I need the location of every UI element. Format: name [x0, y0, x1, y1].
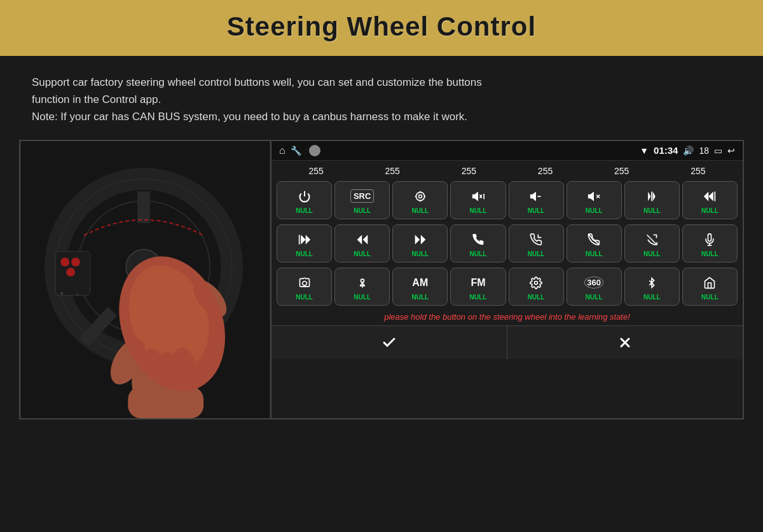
control-panel: ⌂ 🔧 ▼ 01:34 🔊 18 ▭ ↩ 255 255 255 255 255… — [270, 140, 744, 419]
svg-point-25 — [418, 194, 422, 198]
am-label: NULL — [411, 294, 429, 301]
home-ctrl-button[interactable]: NULL — [682, 268, 738, 306]
vol-down-button[interactable]: NULL — [509, 181, 564, 219]
ff-button[interactable]: NULL — [392, 224, 448, 263]
answer-call-icon — [530, 231, 542, 249]
gps-icon — [414, 188, 427, 205]
button-row-2: NULL NULL — [272, 222, 743, 265]
gps-label: NULL — [411, 207, 429, 214]
end-call-label: NULL — [586, 250, 603, 257]
play-pause-label: NULL — [643, 207, 661, 214]
mute-icon — [587, 188, 601, 205]
gear-label: NULL — [528, 294, 545, 301]
gps-button[interactable]: NULL — [392, 181, 448, 219]
prev-track-button[interactable]: NULL — [682, 181, 738, 219]
phone-call-button[interactable]: NULL — [450, 224, 505, 263]
header: Steering Wheel Control — [0, 0, 763, 56]
back-icon: ↩ — [727, 146, 735, 156]
rewind-button[interactable]: NULL — [334, 224, 390, 263]
bluetooth-label: NULL — [643, 294, 661, 301]
power-button[interactable]: NULL — [277, 181, 332, 219]
src-button[interactable]: SRC NULL — [334, 181, 390, 219]
vol-up-icon — [471, 188, 485, 205]
value-1: 255 — [299, 166, 334, 176]
vol-up-label: NULL — [470, 207, 487, 214]
svg-marker-47 — [305, 235, 310, 244]
time-display: 01:34 — [654, 145, 678, 156]
vol-up-button[interactable]: NULL — [450, 181, 505, 219]
src-icon: SRC — [350, 188, 374, 205]
play-pause-button[interactable]: NULL — [624, 181, 680, 219]
value-6: 255 — [680, 166, 715, 176]
skip-call-button[interactable]: NULL — [624, 224, 680, 263]
play-pause-icon — [645, 188, 659, 205]
bluetooth-icon — [647, 274, 657, 292]
mute-button[interactable]: NULL — [567, 181, 622, 219]
phone-call-icon — [472, 231, 485, 249]
fm-text: FM — [471, 277, 485, 289]
description-line3: Note: If your car has CAN BUS system, yo… — [32, 111, 467, 123]
svg-marker-49 — [357, 235, 362, 244]
phone-call-label: NULL — [470, 250, 487, 257]
svg-marker-52 — [415, 235, 420, 244]
button-row-1: NULL SRC NULL — [272, 179, 743, 222]
answer-call-button[interactable]: NULL — [509, 224, 564, 263]
description-line2: function in the Control app. — [32, 93, 161, 106]
svg-marker-31 — [473, 193, 478, 200]
svg-marker-37 — [589, 193, 594, 200]
action-buttons — [272, 325, 743, 359]
svg-point-57 — [302, 281, 306, 285]
home-status-icon: ⌂ — [279, 145, 285, 156]
camera-label: NULL — [296, 294, 313, 301]
cancel-button[interactable] — [507, 326, 743, 359]
mute-label: NULL — [586, 207, 603, 214]
ff-icon — [413, 231, 427, 249]
value-2: 255 — [375, 166, 410, 176]
svg-point-26 — [416, 192, 424, 200]
svg-marker-40 — [648, 191, 650, 201]
skip-call-label: NULL — [643, 250, 661, 257]
360-label: NULL — [586, 294, 603, 301]
voice-button[interactable]: NULL — [682, 224, 738, 263]
settings2-button[interactable]: NULL — [334, 268, 390, 306]
battery-icon: ▭ — [714, 146, 722, 156]
svg-marker-43 — [709, 191, 714, 201]
next-track-label: NULL — [296, 250, 313, 257]
description-line1: Support car factory steering wheel contr… — [32, 76, 482, 88]
page-title: Steering Wheel Control — [0, 11, 763, 42]
svg-marker-42 — [653, 191, 656, 201]
prev-track-label: NULL — [701, 207, 718, 214]
360-button[interactable]: 360 NULL — [567, 268, 622, 306]
am-button[interactable]: AM NULL — [392, 268, 448, 306]
next-track-icon — [298, 231, 312, 249]
value-3: 255 — [451, 166, 486, 176]
svg-point-59 — [360, 285, 361, 286]
value-5: 255 — [604, 166, 639, 176]
am-icon: AM — [412, 274, 428, 292]
camera-button[interactable]: NULL — [277, 268, 332, 306]
svg-point-58 — [361, 279, 364, 282]
bluetooth-button[interactable]: NULL — [624, 268, 680, 306]
app-status-icon: 🔧 — [291, 146, 301, 156]
volume-value: 18 — [699, 146, 709, 156]
fm-label: NULL — [470, 294, 487, 301]
gear-button[interactable]: NULL — [509, 268, 564, 306]
end-call-button[interactable]: NULL — [567, 224, 622, 263]
home-ctrl-icon — [703, 274, 717, 292]
home-ctrl-label: NULL — [701, 294, 718, 301]
svg-marker-44 — [704, 191, 709, 201]
vol-down-icon — [529, 188, 543, 205]
main-content: + - ⌂ 🔧 ▼ 01:34 🔊 18 — [0, 140, 763, 432]
svg-point-61 — [535, 281, 538, 284]
next-track-button[interactable]: NULL — [277, 224, 332, 263]
confirm-button[interactable] — [272, 326, 507, 359]
fm-button[interactable]: FM NULL — [450, 268, 505, 306]
src-label: NULL — [354, 207, 371, 214]
svg-marker-51 — [421, 235, 426, 244]
svg-marker-50 — [363, 235, 368, 244]
rewind-label: NULL — [354, 250, 371, 257]
value-4: 255 — [528, 166, 563, 176]
360-icon: 360 — [584, 274, 603, 292]
fm-icon: FM — [471, 274, 485, 292]
ff-label: NULL — [411, 250, 429, 257]
